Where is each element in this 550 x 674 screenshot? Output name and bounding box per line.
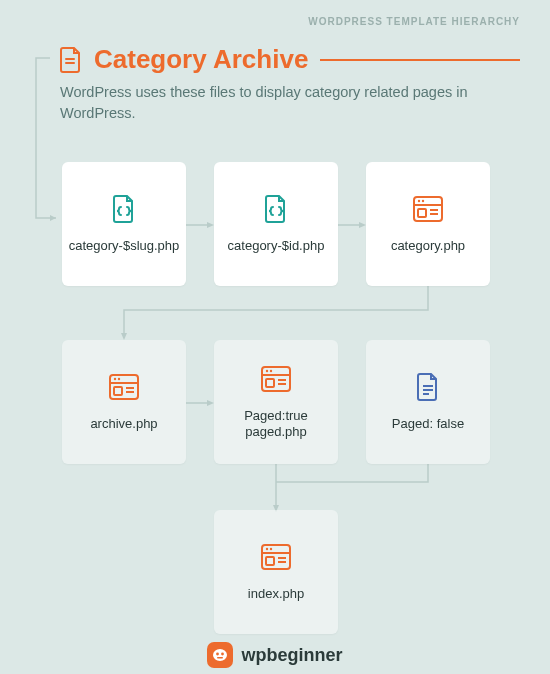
svg-rect-39 xyxy=(266,557,274,565)
plain-file-icon xyxy=(417,372,439,402)
connector-category-to-archive xyxy=(118,286,448,346)
footer: wpbeginner xyxy=(0,642,550,668)
svg-point-43 xyxy=(217,653,220,656)
title-row: Category Archive xyxy=(60,44,520,75)
svg-point-27 xyxy=(266,370,268,372)
svg-point-13 xyxy=(418,200,420,202)
node-index-php: index.php xyxy=(214,510,338,634)
svg-point-20 xyxy=(114,378,116,380)
svg-marker-2 xyxy=(50,215,56,221)
svg-point-21 xyxy=(118,378,120,380)
node-category-id: category-$id.php xyxy=(214,162,338,286)
connector-id-to-category xyxy=(338,220,366,230)
svg-rect-29 xyxy=(266,379,274,387)
code-file-icon xyxy=(264,194,288,224)
connector-archive-to-pagedtrue xyxy=(186,398,214,408)
description-text: WordPress uses these files to display ca… xyxy=(60,82,510,124)
connector-paged-to-index xyxy=(270,464,440,514)
node-archive-php: archive.php xyxy=(62,340,186,464)
node-category-slug: category-$slug.php xyxy=(62,162,186,286)
node-label: category-$id.php xyxy=(218,238,335,254)
node-label: index.php xyxy=(238,586,314,602)
connector-slug-to-id xyxy=(186,220,214,230)
node-label: Paged: false xyxy=(382,416,474,432)
node-category-php: category.php xyxy=(366,162,490,286)
footer-brand: wpbeginner xyxy=(241,645,342,666)
svg-point-38 xyxy=(270,548,272,550)
node-label: category.php xyxy=(381,238,475,254)
page-title: Category Archive xyxy=(94,44,308,75)
node-paged-false: Paged: false xyxy=(366,340,490,464)
svg-marker-9 xyxy=(207,400,214,406)
svg-point-28 xyxy=(270,370,272,372)
header-label: WORDPRESS TEMPLATE HIERARCHY xyxy=(308,16,520,27)
category-file-icon xyxy=(60,47,82,73)
node-label: archive.php xyxy=(80,416,167,432)
node-label: category-$slug.php xyxy=(59,238,190,254)
template-icon xyxy=(261,364,291,394)
svg-rect-45 xyxy=(217,657,223,659)
node-paged-true: Paged:true paged.php xyxy=(214,340,338,464)
svg-rect-22 xyxy=(114,387,122,395)
code-file-icon xyxy=(112,194,136,224)
svg-marker-4 xyxy=(207,222,214,228)
svg-point-42 xyxy=(213,649,227,661)
title-divider xyxy=(320,59,520,61)
wpbeginner-logo-icon xyxy=(207,642,233,668)
node-label: Paged:true paged.php xyxy=(214,408,338,441)
svg-marker-6 xyxy=(359,222,366,228)
svg-rect-1 xyxy=(65,62,75,64)
template-icon xyxy=(413,194,443,224)
svg-point-14 xyxy=(422,200,424,202)
svg-point-37 xyxy=(266,548,268,550)
svg-rect-15 xyxy=(418,209,426,217)
svg-rect-0 xyxy=(65,58,75,60)
template-icon xyxy=(261,542,291,572)
svg-marker-7 xyxy=(121,333,127,340)
svg-point-44 xyxy=(222,653,225,656)
template-icon xyxy=(109,372,139,402)
